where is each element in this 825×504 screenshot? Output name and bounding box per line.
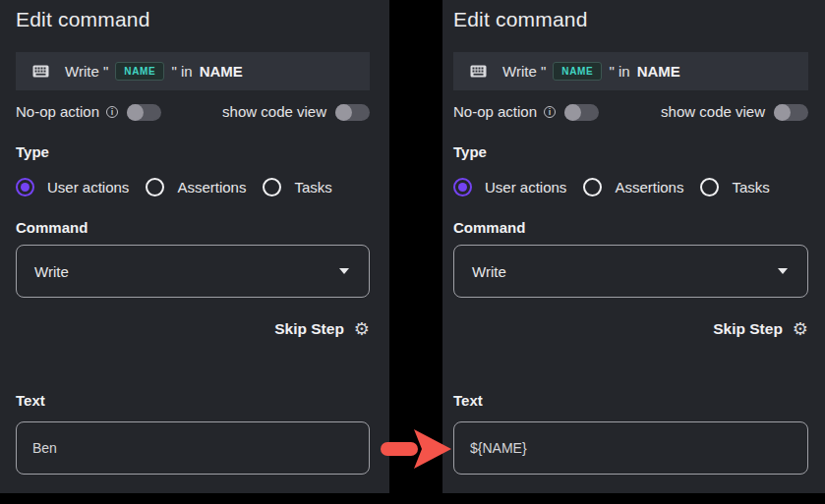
code-view-label: show code view [661,103,765,121]
summary-middle: " in [609,63,629,80]
skip-step-row: Skip Step ⚙ [16,318,370,340]
red-arrow-right-icon [381,429,451,473]
radio-assertions[interactable]: Assertions [583,178,683,196]
command-select-value: Write [34,263,69,280]
code-view-toggle[interactable] [774,104,808,121]
code-view-label: show code view [222,103,326,121]
toggles-row: No-op action i show code view [16,103,370,121]
noop-group: No-op action i [16,103,161,121]
text-input[interactable] [16,421,370,475]
radio-tasks[interactable]: Tasks [700,178,769,196]
type-radio-group: User actions Assertions Tasks [453,177,808,196]
command-label: Command [453,220,808,236]
command-label: Command [16,220,370,236]
text-input[interactable] [453,421,808,475]
text-label: Text [453,393,808,409]
edit-command-dialog-after: Edit command Write " NAME " in NAME No-o… [442,0,825,493]
edit-command-dialog-before: Edit command Write " NAME " in NAME No-o… [0,0,389,493]
noop-toggle[interactable] [127,104,161,121]
skip-step-row: Skip Step ⚙ [453,318,808,340]
radio-circle-icon[interactable] [700,178,719,196]
command-summary-bar: Write " NAME " in NAME [16,52,370,90]
noop-group: No-op action i [453,103,599,121]
gear-icon[interactable]: ⚙ [793,320,808,338]
toggles-row: No-op action i show code view [453,103,808,121]
code-view-group: show code view [222,103,370,121]
keyboard-icon [470,65,487,78]
summary-prefix: Write " [502,63,546,80]
chevron-down-icon [778,268,788,274]
skip-step-label: Skip Step [713,320,783,338]
gear-icon[interactable]: ⚙ [354,320,370,338]
summary-target: NAME [200,63,243,80]
summary-target: NAME [637,63,680,80]
noop-toggle[interactable] [564,104,599,121]
skip-step-label: Skip Step [274,320,344,338]
radio-assertions[interactable]: Assertions [146,178,246,196]
radio-circle-icon[interactable] [263,178,281,196]
type-label: Type [16,144,370,160]
radio-circle-icon[interactable] [583,178,602,196]
type-radio-group: User actions Assertions Tasks [16,177,370,196]
radio-tasks[interactable]: Tasks [263,178,331,196]
noop-label: No-op action [16,103,99,121]
code-view-toggle[interactable] [335,104,370,121]
radio-circle-selected-icon[interactable] [453,178,472,196]
param-badge: NAME [553,62,602,81]
radio-user-actions[interactable]: User actions [453,178,566,196]
keyboard-icon [32,65,49,78]
info-icon: i [106,106,118,118]
code-view-group: show code view [661,103,808,121]
text-label: Text [16,393,370,409]
command-select-value: Write [472,263,506,280]
dialog-title: Edit command [16,0,370,33]
noop-label: No-op action [453,103,537,121]
type-label: Type [453,144,808,160]
radio-circle-icon[interactable] [146,178,164,196]
radio-circle-selected-icon[interactable] [16,178,34,196]
command-select[interactable]: Write [453,245,808,298]
command-summary-bar: Write " NAME " in NAME [453,52,808,90]
summary-middle: " in [171,63,192,80]
param-badge: NAME [115,62,164,81]
command-summary-text: Write " NAME " in NAME [502,62,680,81]
summary-prefix: Write " [65,63,108,80]
command-summary-text: Write " NAME " in NAME [65,62,243,81]
chevron-down-icon [339,268,349,274]
dialog-title: Edit command [453,0,808,33]
info-icon: i [544,106,556,118]
radio-user-actions[interactable]: User actions [16,178,129,196]
command-select[interactable]: Write [16,245,370,298]
